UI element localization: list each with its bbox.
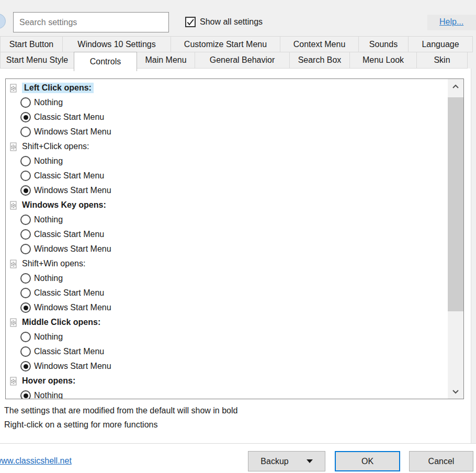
footer-notes: The settings that are modified from the … [4,403,237,432]
radio-option-shift-win-opens-classic-start-menu[interactable]: Classic Start Menu [6,286,447,300]
tab-start-menu-style[interactable]: Start Menu Style [0,52,74,69]
chevron-up-icon [452,84,459,89]
radio-option-middle-click-opens-classic-start-menu[interactable]: Classic Start Menu [6,344,447,359]
settings-rows: Left Click opens:NothingClassic Start Me… [6,81,447,399]
radio-option-label: Windows Start Menu [34,244,111,254]
setting-group-label: Hover opens: [22,376,75,386]
tab-menu-look[interactable]: Menu Look [349,52,417,69]
radio-icon[interactable] [20,361,31,371]
radio-option-label: Nothing [34,332,63,342]
radio-option-windows-key-opens-windows-start-menu[interactable]: Windows Start Menu [6,242,447,256]
setting-group-label: Shift+Click opens: [22,142,89,151]
radio-icon[interactable] [20,346,31,357]
help-link[interactable]: Help... [439,17,463,27]
settings-tab-strip: Start ButtonWindows 10 SettingsCustomize… [0,36,476,69]
tab-windows-10-settings[interactable]: Windows 10 Settings [62,36,171,52]
radio-option-windows-key-opens-nothing[interactable]: Nothing [6,212,447,227]
radio-icon[interactable] [20,127,31,137]
radio-option-hover-opens-nothing[interactable]: Nothing [6,388,447,399]
note-modified-bold: The settings that are modified from the … [4,403,237,418]
setting-group-left-click-opens[interactable]: Left Click opens: [6,81,447,95]
setting-group-middle-click-opens[interactable]: Middle Click opens: [6,315,447,330]
radio-icon[interactable] [20,229,31,240]
radio-icon[interactable] [20,390,31,399]
radio-icon[interactable] [20,156,31,166]
website-link[interactable]: www.classicshell.net [0,456,72,466]
tab-row-2: Start Menu StyleControlsMain MenuGeneral… [0,52,476,69]
radio-option-left-click-opens-windows-start-menu[interactable]: Windows Start Menu [6,125,447,139]
caret-down-icon [307,459,313,463]
document-gear-icon [9,318,18,327]
radio-option-middle-click-opens-nothing[interactable]: Nothing [6,330,447,344]
radio-option-label: Classic Start Menu [34,112,104,122]
search-input[interactable] [13,12,169,32]
tab-sounds[interactable]: Sounds [358,36,409,52]
backup-button[interactable]: Backup [248,451,325,471]
backup-button-label: Backup [260,457,288,466]
tab-context-menu[interactable]: Context Menu [280,36,359,52]
radio-option-label: Windows Start Menu [34,362,111,371]
document-gear-icon [9,377,18,386]
radio-option-windows-key-opens-classic-start-menu[interactable]: Classic Start Menu [6,227,447,242]
radio-icon[interactable] [20,97,31,108]
tab-controls[interactable]: Controls [74,52,137,71]
radio-option-shift-click-opens-classic-start-menu[interactable]: Classic Start Menu [6,168,447,183]
note-right-click: Right-click on a setting for more functi… [4,418,237,432]
tab-language[interactable]: Language [408,36,473,52]
scrollbar-up-button[interactable] [448,79,463,94]
document-gear-icon [9,142,18,151]
radio-option-middle-click-opens-windows-start-menu[interactable]: Windows Start Menu [6,359,447,374]
radio-option-label: Windows Start Menu [34,127,111,137]
radio-icon[interactable] [20,215,31,225]
radio-icon[interactable] [20,244,31,254]
setting-group-shift-click-opens[interactable]: Shift+Click opens: [6,139,447,154]
radio-option-label: Classic Start Menu [34,230,104,239]
radio-option-left-click-opens-nothing[interactable]: Nothing [6,95,447,110]
radio-option-label: Classic Start Menu [34,171,104,181]
ok-button[interactable]: OK [335,451,400,471]
cancel-button[interactable]: Cancel [409,451,473,471]
radio-icon[interactable] [20,332,31,342]
radio-icon[interactable] [20,273,31,284]
vertical-scrollbar[interactable] [448,79,463,399]
setting-group-label: Left Click opens: [22,83,94,93]
radio-icon[interactable] [20,185,31,196]
document-gear-icon [9,84,18,93]
radio-icon[interactable] [20,302,31,313]
radio-option-left-click-opens-classic-start-menu[interactable]: Classic Start Menu [6,110,447,125]
setting-group-label: Shift+Win opens: [22,259,85,268]
radio-option-label: Classic Start Menu [34,347,104,356]
scrollbar-thumb[interactable] [448,97,463,311]
radio-option-label: Nothing [34,98,63,107]
radio-option-shift-click-opens-nothing[interactable]: Nothing [6,154,447,168]
tab-general-behavior[interactable]: General Behavior [195,52,290,69]
tab-skin[interactable]: Skin [416,52,468,69]
setting-group-windows-key-opens[interactable]: Windows Key opens: [6,198,447,212]
check-icon [187,19,194,26]
tab-start-button[interactable]: Start Button [0,36,63,52]
radio-option-shift-win-opens-windows-start-menu[interactable]: Windows Start Menu [6,300,447,315]
tab-main-menu[interactable]: Main Menu [137,52,195,69]
radio-icon[interactable] [20,112,31,122]
chevron-down-icon [452,389,459,394]
radio-option-label: Nothing [34,156,63,166]
tab-search-box[interactable]: Search Box [289,52,350,69]
tab-customize-start-menu[interactable]: Customize Start Menu [171,36,280,52]
setting-group-hover-opens[interactable]: Hover opens: [6,374,447,388]
document-gear-icon [9,201,18,210]
setting-group-label: Windows Key opens: [22,200,106,210]
show-all-settings-checkbox[interactable] [185,17,196,27]
scrollbar-down-button[interactable] [448,384,463,399]
window-right-edge [471,69,476,443]
settings-listbox: Left Click opens:NothingClassic Start Me… [5,78,464,399]
radio-option-shift-click-opens-windows-start-menu[interactable]: Windows Start Menu [6,183,447,198]
radio-icon[interactable] [20,288,31,298]
radio-icon[interactable] [20,171,31,181]
radio-option-label: Nothing [34,274,63,283]
setting-group-label: Middle Click opens: [22,318,100,327]
setting-group-shift-win-opens[interactable]: Shift+Win opens: [6,256,447,271]
tab-row-1: Start ButtonWindows 10 SettingsCustomize… [0,36,476,52]
show-all-settings-row[interactable]: Show all settings [185,17,263,27]
radio-option-shift-win-opens-nothing[interactable]: Nothing [6,271,447,286]
radio-option-label: Classic Start Menu [34,288,104,298]
